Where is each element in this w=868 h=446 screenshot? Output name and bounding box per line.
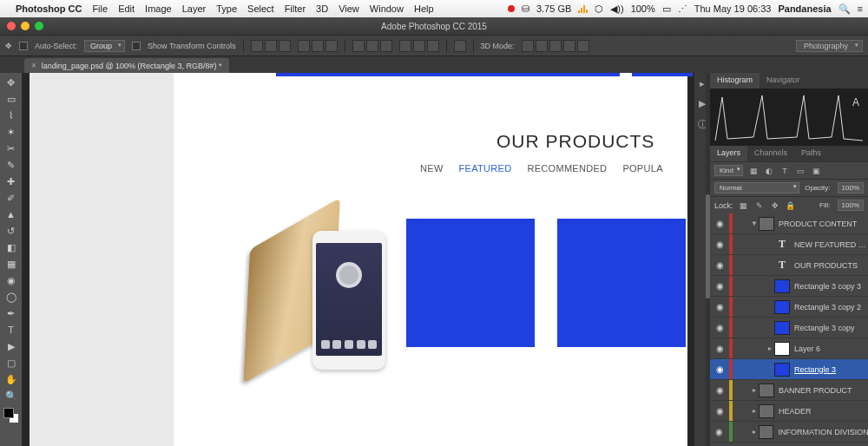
rectangle-tool[interactable]: ▢: [3, 355, 20, 371]
layer-row[interactable]: ◉TNEW FEATURED …: [710, 234, 868, 255]
disclosure-arrow[interactable]: ▸: [766, 344, 774, 352]
pen-tool[interactable]: ✒: [3, 305, 20, 321]
visibility-toggle[interactable]: ◉: [710, 323, 729, 332]
layer-row[interactable]: ◉Rectangle 3 copy 2: [710, 297, 868, 318]
zoom-tool[interactable]: 🔍: [3, 388, 20, 403]
dist-top-icon[interactable]: [352, 40, 365, 52]
lock-pos-icon[interactable]: ✥: [770, 200, 780, 211]
filter-shape-icon[interactable]: ▭: [795, 166, 806, 176]
opacity-value[interactable]: 100%: [838, 182, 864, 193]
layer-name[interactable]: OUR PRODUCTS: [794, 261, 858, 270]
minimize-window-button[interactable]: [21, 22, 30, 30]
layer-row[interactable]: ◉TOUR PRODUCTS: [710, 255, 868, 276]
dist-right-icon[interactable]: [427, 40, 439, 52]
close-window-button[interactable]: [7, 22, 16, 30]
dist-left-icon[interactable]: [399, 40, 411, 52]
layer-row[interactable]: ◉▼PRODUCT CONTENT: [710, 213, 868, 234]
blur-tool[interactable]: ◉: [3, 272, 20, 288]
align-top-icon[interactable]: [251, 40, 263, 52]
disclosure-arrow[interactable]: ▸: [750, 428, 759, 436]
visibility-toggle[interactable]: ◉: [710, 427, 729, 436]
layer-row[interactable]: ◉▸BANNER PRODUCT: [710, 380, 868, 401]
auto-select-dropdown[interactable]: Group: [84, 40, 125, 52]
visibility-toggle[interactable]: ◉: [710, 364, 729, 374]
eraser-tool[interactable]: ◧: [3, 239, 20, 255]
layer-row[interactable]: ◉Rectangle 3: [710, 359, 868, 380]
menu-view[interactable]: View: [339, 3, 359, 14]
filter-adjust-icon[interactable]: ◐: [764, 166, 774, 176]
filter-type-icon[interactable]: T: [779, 166, 790, 176]
layer-list[interactable]: ◉▼PRODUCT CONTENT◉TNEW FEATURED …◉TOUR P…: [710, 213, 868, 446]
layer-name[interactable]: Rectangle 3 copy: [794, 324, 855, 332]
visibility-toggle[interactable]: ◉: [710, 260, 729, 270]
layer-row[interactable]: ◉▸HEADER: [710, 401, 868, 422]
path-select-tool[interactable]: ▶: [3, 338, 20, 354]
lock-paint-icon[interactable]: ✎: [754, 200, 765, 211]
history-brush-tool[interactable]: ↺: [3, 223, 20, 239]
panel-expand-icon[interactable]: ▸: [700, 78, 705, 89]
tab-layers[interactable]: Layers: [710, 146, 747, 161]
layer-row[interactable]: ◉Rectangle 3 copy: [710, 318, 868, 338]
menu-type[interactable]: Type: [216, 3, 237, 14]
stamp-tool[interactable]: ▲: [3, 207, 20, 222]
disclosure-arrow[interactable]: ▸: [750, 386, 759, 394]
dropbox-icon[interactable]: ⬡: [595, 3, 603, 15]
visibility-toggle[interactable]: ◉: [710, 344, 729, 353]
menu-image[interactable]: Image: [145, 3, 172, 14]
crop-tool[interactable]: ✂: [3, 141, 20, 156]
gradient-tool[interactable]: ▦: [3, 256, 20, 272]
hand-tool[interactable]: ✋: [3, 371, 20, 387]
canvas-scrollbar[interactable]: [706, 73, 710, 446]
brush-tool[interactable]: ✐: [3, 190, 20, 206]
menu-layer[interactable]: Layer: [182, 3, 207, 14]
lock-all-icon[interactable]: 🔒: [786, 200, 796, 211]
layer-name[interactable]: BANNER PRODUCT: [779, 386, 852, 395]
disclosure-arrow[interactable]: ▸: [750, 407, 759, 415]
blend-mode-dropdown[interactable]: Normal: [714, 182, 799, 193]
quick-select-tool[interactable]: ✶: [3, 124, 20, 140]
filter-pixel-icon[interactable]: ▦: [748, 166, 759, 176]
pan-icon[interactable]: [549, 40, 562, 52]
panel-play-icon[interactable]: ▶: [699, 98, 706, 109]
layer-row[interactable]: ◉▸Layer 6: [710, 338, 868, 359]
lock-trans-icon[interactable]: ▦: [739, 200, 749, 211]
align-right-icon[interactable]: [326, 40, 338, 52]
layer-name[interactable]: INFORMATION DIVISION: [778, 428, 868, 436]
visibility-toggle[interactable]: ◉: [710, 385, 729, 395]
fill-value[interactable]: 100%: [838, 200, 864, 211]
menu-filter[interactable]: Filter: [285, 3, 306, 14]
layer-name[interactable]: Rectangle 3 copy 2: [794, 303, 861, 312]
move-tool[interactable]: ✥: [3, 75, 20, 90]
datetime[interactable]: Thu May 19 06:33: [694, 3, 772, 14]
dist-vcenter-icon[interactable]: [366, 40, 378, 52]
layer-name[interactable]: HEADER: [779, 407, 812, 416]
app-menu[interactable]: Photoshop CC: [16, 3, 82, 14]
type-tool[interactable]: T: [3, 322, 20, 338]
layer-name[interactable]: NEW FEATURED …: [794, 240, 866, 249]
canvas-area[interactable]: OUR PRODUCTS NEW FEATURED RECOMMENDED PO…: [23, 73, 694, 446]
filter-kind-dropdown[interactable]: Kind: [714, 165, 743, 176]
spotlight-icon[interactable]: 🔍: [838, 3, 851, 15]
visibility-toggle[interactable]: ◉: [710, 281, 729, 291]
tab-navigator[interactable]: Navigator: [760, 73, 807, 89]
tab-paths[interactable]: Paths: [794, 146, 828, 161]
layer-row[interactable]: ◉▸INFORMATION DIVISION: [710, 422, 868, 443]
tab-histogram[interactable]: Histogram: [710, 73, 760, 89]
layer-name[interactable]: Layer 6: [794, 344, 820, 353]
eyedropper-tool[interactable]: ✎: [3, 157, 20, 173]
menu-3d[interactable]: 3D: [316, 3, 328, 14]
layer-name[interactable]: PRODUCT CONTENT: [779, 220, 857, 228]
filter-smart-icon[interactable]: ▣: [811, 166, 821, 176]
marquee-tool[interactable]: ▭: [3, 91, 20, 107]
battery-status[interactable]: 100%: [631, 3, 655, 14]
scrollbar-thumb[interactable]: [706, 194, 710, 298]
auto-select-checkbox[interactable]: [19, 42, 28, 50]
visibility-toggle[interactable]: ◉: [710, 406, 729, 416]
roll-icon[interactable]: [536, 40, 548, 52]
layer-name[interactable]: Rectangle 3: [794, 365, 836, 374]
menu-select[interactable]: Select: [247, 3, 274, 14]
user-menu[interactable]: Pandanesia: [778, 3, 831, 14]
close-tab-icon[interactable]: ×: [31, 61, 36, 70]
align-left-icon[interactable]: [298, 40, 310, 52]
disclosure-arrow[interactable]: ▼: [750, 220, 759, 227]
